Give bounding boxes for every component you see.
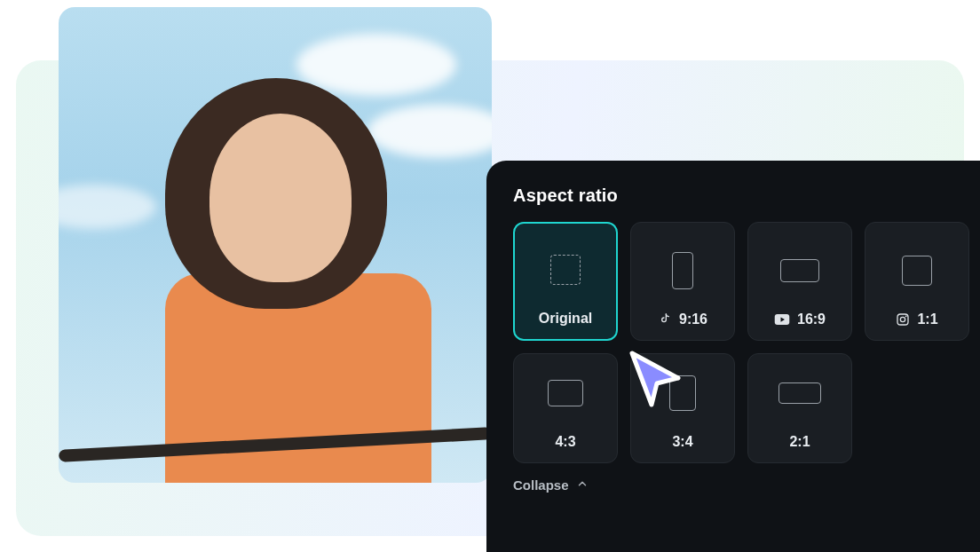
ratio-label: 16:9 xyxy=(797,311,826,327)
ratio-tile-16-9[interactable]: 16:9 xyxy=(747,222,852,341)
aspect-ratio-grid-row2: 4:3 3:4 2:1 xyxy=(513,353,957,463)
ratio-tile-original[interactable]: Original xyxy=(513,222,618,341)
aspect-ratio-grid-row1: Original 9:16 xyxy=(513,222,957,341)
instagram-icon xyxy=(896,312,910,327)
ratio-tile-9-16[interactable]: 9:16 xyxy=(630,222,735,341)
ratio-shape xyxy=(548,380,583,406)
ratio-tile-3-4[interactable]: 3:4 xyxy=(630,353,735,463)
youtube-icon xyxy=(774,313,790,326)
collapse-button[interactable]: Collapse xyxy=(513,477,957,493)
ratio-label: Original xyxy=(539,311,592,327)
ratio-shape xyxy=(780,259,819,282)
ratio-shape xyxy=(902,256,932,286)
aspect-ratio-panel: Aspect ratio Original 9:16 xyxy=(486,161,980,552)
collapse-label: Collapse xyxy=(513,477,569,493)
svg-point-3 xyxy=(905,315,907,317)
ratio-shape xyxy=(778,382,821,404)
ratio-tile-4-3[interactable]: 4:3 xyxy=(513,353,618,463)
svg-point-2 xyxy=(901,317,905,321)
ratio-shape xyxy=(669,375,696,411)
chevron-up-icon xyxy=(576,477,589,493)
preview-photo xyxy=(59,7,492,483)
ratio-label: 9:16 xyxy=(679,311,707,327)
ratio-label: 3:4 xyxy=(672,434,692,450)
ratio-label: 1:1 xyxy=(917,311,937,327)
ratio-label: 4:3 xyxy=(555,434,575,450)
ratio-tile-2-1[interactable]: 2:1 xyxy=(747,353,852,463)
ratio-shape xyxy=(672,252,693,289)
panel-title: Aspect ratio xyxy=(513,185,957,206)
ratio-tile-1-1[interactable]: 1:1 xyxy=(865,222,969,341)
ratio-label: 2:1 xyxy=(789,434,810,450)
tiktok-icon xyxy=(658,312,672,327)
ratio-shape xyxy=(550,255,581,285)
